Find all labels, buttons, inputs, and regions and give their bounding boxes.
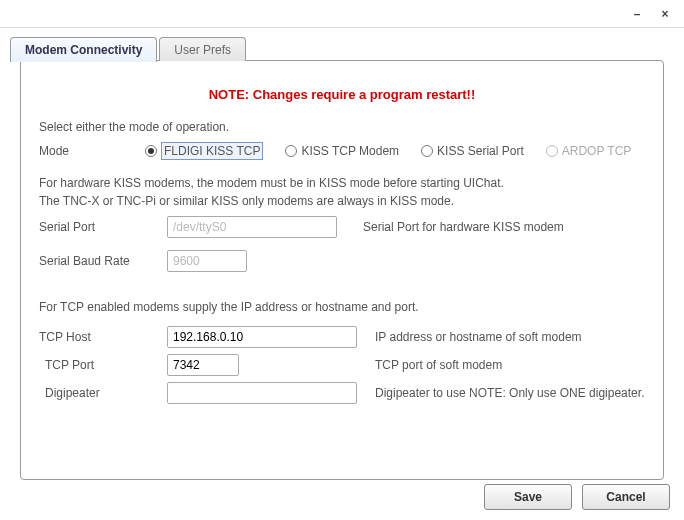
hw-note: For hardware KISS modems, the modem must… bbox=[39, 174, 645, 210]
mode-radio-kissserial[interactable]: KISS Serial Port bbox=[421, 144, 524, 158]
serial-port-label: Serial Port bbox=[39, 220, 167, 234]
tcp-note: For TCP enabled modems supply the IP add… bbox=[39, 298, 645, 316]
hw-note-line2: The TNC-X or TNC-Pi or similar KISS only… bbox=[39, 194, 454, 208]
hw-note-line1: For hardware KISS modems, the modem must… bbox=[39, 176, 504, 190]
serial-port-input bbox=[167, 216, 337, 238]
digipeater-hint: Digipeater to use NOTE: Only use ONE dig… bbox=[375, 386, 644, 400]
serial-baud-label: Serial Baud Rate bbox=[39, 254, 167, 268]
mode-label: Mode bbox=[39, 144, 145, 158]
mode-radio-kisstcp-label: KISS TCP Modem bbox=[301, 144, 399, 158]
tcp-port-input[interactable] bbox=[167, 354, 239, 376]
mode-radio-ardop-label: ARDOP TCP bbox=[562, 144, 632, 158]
tcp-host-input[interactable] bbox=[167, 326, 357, 348]
radio-icon bbox=[285, 145, 297, 157]
serial-baud-input bbox=[167, 250, 247, 272]
mode-radio-kissserial-label: KISS Serial Port bbox=[437, 144, 524, 158]
mode-radio-ardop: ARDOP TCP bbox=[546, 144, 632, 158]
cancel-button[interactable]: Cancel bbox=[582, 484, 670, 510]
mode-radio-kisstcp[interactable]: KISS TCP Modem bbox=[285, 144, 399, 158]
serial-port-hint: Serial Port for hardware KISS modem bbox=[363, 220, 564, 234]
button-bar: Save Cancel bbox=[484, 484, 670, 510]
mode-radio-fldigi[interactable]: FLDIGI KISS TCP bbox=[145, 142, 263, 160]
window-titlebar: – × bbox=[0, 0, 684, 28]
restart-notice: NOTE: Changes require a program restart!… bbox=[39, 87, 645, 102]
tcp-host-hint: IP address or hostname of soft modem bbox=[375, 330, 582, 344]
save-button[interactable]: Save bbox=[484, 484, 572, 510]
radio-icon bbox=[145, 145, 157, 157]
tcp-host-label: TCP Host bbox=[39, 330, 167, 344]
mode-radio-fldigi-label: FLDIGI KISS TCP bbox=[161, 142, 263, 160]
mode-instruction: Select either the mode of operation. bbox=[39, 118, 645, 136]
tab-user-prefs[interactable]: User Prefs bbox=[159, 37, 246, 61]
tab-modem-connectivity[interactable]: Modem Connectivity bbox=[10, 37, 157, 62]
tab-row: Modem Connectivity User Prefs bbox=[10, 36, 674, 61]
minimize-icon[interactable]: – bbox=[632, 9, 642, 19]
mode-radio-group: FLDIGI KISS TCP KISS TCP Modem KISS Seri… bbox=[145, 142, 631, 160]
tcp-port-hint: TCP port of soft modem bbox=[375, 358, 502, 372]
digipeater-input[interactable] bbox=[167, 382, 357, 404]
radio-icon bbox=[546, 145, 558, 157]
tcp-port-label: TCP Port bbox=[39, 358, 167, 372]
modem-connectivity-panel: NOTE: Changes require a program restart!… bbox=[20, 60, 664, 480]
close-icon[interactable]: × bbox=[660, 9, 670, 19]
radio-icon bbox=[421, 145, 433, 157]
digipeater-label: Digipeater bbox=[39, 386, 167, 400]
